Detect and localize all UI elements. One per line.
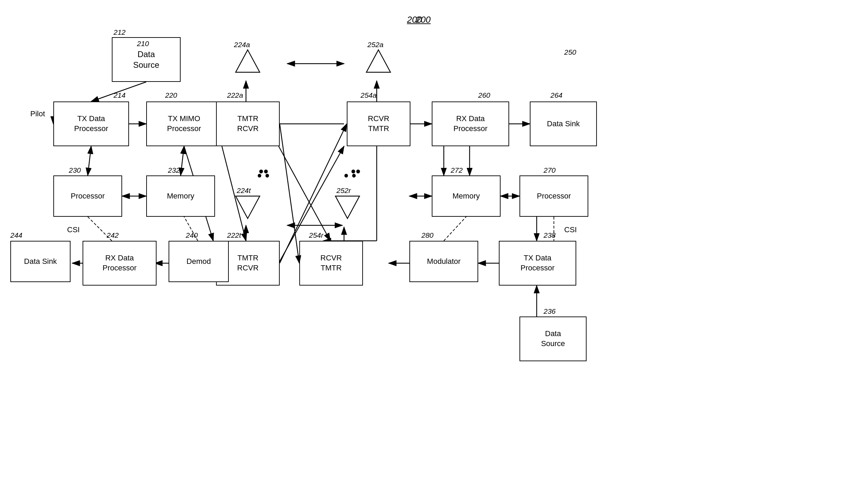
- svg-line-47: [280, 124, 299, 263]
- ref-254a: 254a: [361, 91, 377, 99]
- ref-232: 232: [168, 166, 180, 174]
- ref-280: 280: [421, 231, 433, 239]
- box-label-processor-230: Processor: [71, 191, 105, 201]
- box-demod-240: Demod: [169, 241, 229, 282]
- svg-marker-46: [335, 196, 360, 218]
- ref-236: 236: [544, 307, 556, 315]
- ellipsis-left: • •: [257, 169, 269, 183]
- svg-marker-43: [236, 50, 260, 72]
- ref-264: 264: [550, 91, 562, 99]
- diagram-container: 200 200 DataSource 212 210 TX DataProces…: [0, 0, 858, 504]
- box-memory-272: Memory: [432, 175, 501, 217]
- box-label-memory-272: Memory: [452, 191, 480, 201]
- ref-222a: 222a: [227, 91, 243, 99]
- ref-252r: 252r: [336, 186, 351, 195]
- box-label-rx-data-processor-242: RX DataProcessor: [103, 253, 137, 273]
- svg-line-19: [279, 146, 330, 241]
- box-data-sink-244: Data Sink: [10, 241, 71, 282]
- box-tmtr-rcvr-top: TMTRRCVR: [216, 101, 280, 146]
- ref-210: 210: [137, 40, 149, 48]
- ref-254r: 254r: [309, 231, 323, 239]
- ref-224t: 224t: [237, 186, 251, 195]
- box-processor-270: Processor: [519, 175, 588, 217]
- box-rcvr-tmtr-bot: RCVRTMTR: [299, 241, 363, 286]
- box-label-data-source-212: DataSource: [133, 49, 159, 70]
- svg-line-29: [444, 217, 466, 241]
- box-rx-data-processor-242: RX DataProcessor: [83, 241, 157, 286]
- box-rcvr-tmtr-top: RCVRTMTR: [347, 101, 410, 146]
- label-pilot: Pilot: [30, 109, 45, 118]
- ref-242: 242: [107, 231, 119, 239]
- box-label-rx-data-processor: RX DataProcessor: [453, 114, 487, 133]
- svg-marker-45: [236, 196, 260, 218]
- box-tx-data-processor: TX DataProcessor: [53, 101, 129, 146]
- label-csi-left: CSI: [67, 225, 80, 234]
- box-processor-230: Processor: [53, 175, 122, 217]
- box-label-modulator-280: Modulator: [427, 257, 461, 267]
- ref-238: 238: [544, 231, 556, 239]
- ref-250: 250: [564, 48, 576, 56]
- antenna-252a: [365, 48, 392, 77]
- box-label-rcvr-tmtr-bot: RCVRTMTR: [320, 253, 342, 273]
- box-memory-232: Memory: [146, 175, 215, 217]
- ref-240: 240: [186, 231, 198, 239]
- box-label-rcvr-tmtr-top: RCVRTMTR: [368, 114, 389, 133]
- ref-272: 272: [451, 166, 463, 174]
- ref-212: 212: [114, 28, 126, 36]
- ellipsis-right: • •: [344, 169, 356, 183]
- box-label-tx-data-processor-238: TX DataProcessor: [521, 253, 555, 273]
- box-label-data-sink-264: Data Sink: [547, 119, 580, 129]
- antenna-252r: [334, 194, 361, 223]
- box-rx-data-processor: RX DataProcessor: [432, 101, 509, 146]
- box-label-processor-270: Processor: [537, 191, 571, 201]
- svg-marker-44: [366, 50, 390, 72]
- ref-220: 220: [165, 91, 177, 99]
- box-label-tmtr-rcvr-bot: TMTRRCVR: [237, 253, 258, 273]
- box-tx-data-processor-238: TX DataProcessor: [499, 241, 576, 286]
- ref-252a: 252a: [367, 41, 384, 49]
- box-label-demod-240: Demod: [186, 257, 211, 267]
- antenna-224t: [234, 194, 261, 223]
- ref-224a: 224a: [234, 41, 250, 49]
- ref-200: 200: [407, 14, 422, 25]
- ref-222t: 222t: [227, 231, 241, 239]
- box-data-sink-264: Data Sink: [530, 101, 597, 146]
- antenna-224a: [234, 48, 261, 77]
- ref-230: 230: [69, 166, 81, 174]
- box-label-memory-232: Memory: [167, 191, 194, 201]
- ref-244: 244: [10, 231, 22, 239]
- ref-214: 214: [114, 91, 126, 99]
- box-label-data-source-236: DataSource: [541, 329, 565, 348]
- box-tx-mimo-processor: TX MIMOProcessor: [146, 101, 222, 146]
- label-csi-right: CSI: [564, 225, 577, 234]
- box-data-source-236: DataSource: [519, 317, 587, 361]
- box-label-tmtr-rcvr-top: TMTRRCVR: [237, 114, 258, 133]
- box-label-tx-mimo-processor: TX MIMOProcessor: [167, 114, 201, 133]
- ref-270: 270: [544, 166, 556, 174]
- svg-line-11: [88, 146, 91, 175]
- ref-260: 260: [478, 91, 490, 99]
- box-modulator-280: Modulator: [409, 241, 478, 282]
- box-label-data-sink-244: Data Sink: [24, 257, 57, 267]
- svg-line-12: [181, 146, 184, 175]
- box-label-tx-data-processor: TX DataProcessor: [74, 114, 108, 133]
